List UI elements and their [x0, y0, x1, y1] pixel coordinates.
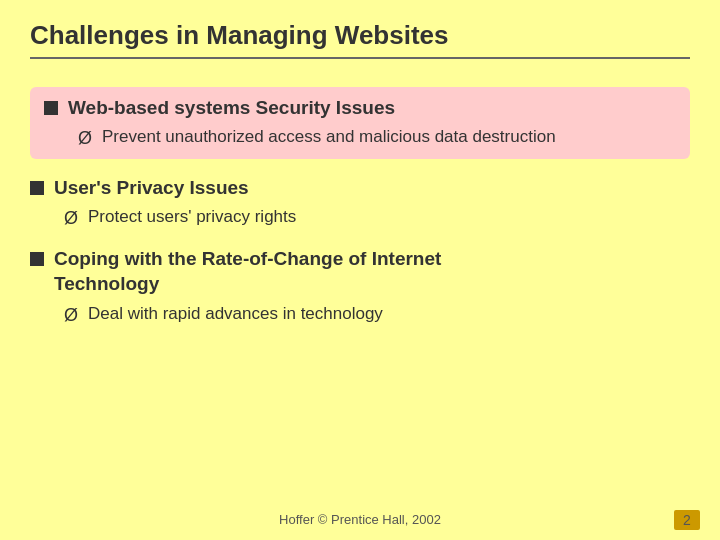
coping-sub-text-1: Deal with rapid advances in technology [88, 304, 383, 324]
footer-text: Hoffer © Prentice Hall, 2002 [279, 512, 441, 527]
coping-heading: Coping with the Rate-of-Change of Intern… [54, 247, 441, 296]
web-security-sub-text-1: Prevent unauthorized access and maliciou… [102, 127, 556, 147]
content-area: Web-based systems Security Issues Ø Prev… [30, 77, 690, 354]
web-security-sub-1: Ø Prevent unauthorized access and malici… [44, 127, 676, 149]
bullet-square-web [44, 101, 58, 115]
user-privacy-heading: User's Privacy Issues [54, 177, 249, 199]
bullet-square-coping [30, 252, 44, 266]
footer: Hoffer © Prentice Hall, 2002 [0, 510, 720, 528]
web-security-heading-row: Web-based systems Security Issues [44, 97, 676, 119]
coping-heading-row: Coping with the Rate-of-Change of Intern… [30, 247, 690, 296]
coping-block: Coping with the Rate-of-Change of Intern… [30, 247, 690, 326]
user-privacy-heading-row: User's Privacy Issues [30, 177, 690, 199]
coping-sub-1: Ø Deal with rapid advances in technology [30, 304, 690, 326]
user-privacy-sub-1: Ø Protect users' privacy rights [30, 207, 690, 229]
user-privacy-sub-text-1: Protect users' privacy rights [88, 207, 296, 227]
title-section: Challenges in Managing Websites [30, 20, 690, 59]
slide-container: Challenges in Managing Websites Web-base… [0, 0, 720, 540]
sub-bullet-web-1: Ø [78, 128, 92, 149]
sub-bullet-privacy-1: Ø [64, 208, 78, 229]
web-security-block: Web-based systems Security Issues Ø Prev… [30, 87, 690, 159]
sub-bullet-coping-1: Ø [64, 305, 78, 326]
title-underline [30, 57, 690, 59]
user-privacy-block: User's Privacy Issues Ø Protect users' p… [30, 177, 690, 229]
bullet-square-privacy [30, 181, 44, 195]
web-security-heading: Web-based systems Security Issues [68, 97, 395, 119]
slide-title: Challenges in Managing Websites [30, 20, 690, 51]
page-number: 2 [674, 510, 700, 530]
